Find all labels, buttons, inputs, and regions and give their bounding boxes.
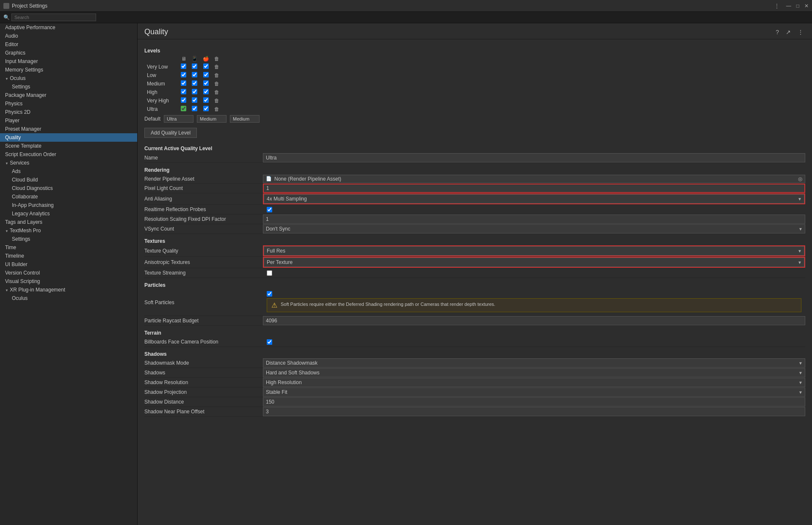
pc-checkbox[interactable] [181, 89, 186, 94]
level-check-pc[interactable] [178, 63, 189, 71]
shadow-distance-input[interactable] [263, 397, 805, 407]
sidebar-item-preset-manager[interactable]: Preset Manager [0, 125, 137, 133]
level-check-ios[interactable] [200, 80, 212, 88]
particle-raycast-input[interactable] [263, 316, 805, 325]
level-check-ios[interactable] [200, 63, 212, 71]
delete-icon[interactable]: 🗑 [214, 64, 219, 70]
shadow-projection-select[interactable]: Close Fit Stable Fit [263, 388, 805, 397]
level-check-pc[interactable] [178, 80, 189, 88]
sidebar-item-cloud-build[interactable]: Cloud Build [0, 176, 137, 184]
billboards-checkbox[interactable] [267, 339, 272, 345]
level-check-android[interactable] [189, 63, 200, 71]
sidebar-item-collaborate[interactable]: Collaborate [0, 192, 137, 201]
level-check-ios[interactable] [200, 88, 212, 96]
realtime-reflection-checkbox[interactable] [267, 207, 272, 212]
sidebar-item-tags-and-layers[interactable]: Tags and Layers [0, 218, 137, 226]
sidebar-item-physics[interactable]: Physics [0, 99, 137, 108]
title-bar-close[interactable]: ✕ [804, 3, 809, 9]
soft-particles-checkbox[interactable] [267, 291, 272, 297]
level-delete[interactable]: 🗑 [212, 88, 222, 96]
level-check-pc[interactable] [178, 71, 189, 80]
android-checkbox[interactable] [192, 89, 197, 94]
delete-icon[interactable]: 🗑 [214, 81, 219, 87]
sidebar-item-timeline[interactable]: Timeline [0, 252, 137, 260]
level-check-android[interactable] [189, 80, 200, 88]
delete-icon[interactable]: 🗑 [214, 72, 219, 78]
pc-checkbox[interactable] [181, 106, 186, 111]
help-button[interactable]: ? [774, 29, 781, 36]
level-check-pc[interactable] [178, 105, 189, 113]
texture-streaming-checkbox[interactable] [267, 270, 272, 276]
level-check-ios[interactable] [200, 105, 212, 113]
pipeline-target-icon[interactable]: ◎ [798, 176, 802, 182]
shadows-select[interactable]: Disable Shadows Hard Shadows Only Hard a… [263, 368, 805, 377]
sidebar-item-ui-builder[interactable]: UI Builder [0, 260, 137, 269]
sidebar-item-editor[interactable]: Editor [0, 40, 137, 49]
title-bar-more[interactable]: ⋮ [774, 3, 779, 9]
android-checkbox[interactable] [192, 80, 197, 86]
sidebar-item-oculus[interactable]: ▼ Oculus [0, 74, 137, 82]
sidebar-item-oculus-settings[interactable]: Settings [0, 82, 137, 91]
sidebar-item-player[interactable]: Player [0, 116, 137, 125]
delete-icon[interactable]: 🗑 [214, 89, 219, 95]
level-check-android[interactable] [189, 88, 200, 96]
level-check-pc[interactable] [178, 88, 189, 96]
sidebar-item-legacy-analytics[interactable]: Legacy Analytics [0, 209, 137, 218]
android-checkbox[interactable] [192, 63, 197, 69]
pixel-light-count-input[interactable] [263, 184, 805, 193]
sidebar-item-cloud-diagnostics[interactable]: Cloud Diagnostics [0, 184, 137, 192]
sidebar-item-physics-2d[interactable]: Physics 2D [0, 108, 137, 116]
anti-aliasing-select[interactable]: Disabled 2x Multi Sampling 4x Multi Samp… [264, 194, 804, 203]
resolution-scaling-input[interactable] [263, 214, 805, 224]
level-check-android[interactable] [189, 71, 200, 80]
level-delete[interactable]: 🗑 [212, 71, 222, 80]
level-check-pc[interactable] [178, 96, 189, 105]
default-pc-select[interactable]: Ultra [164, 115, 193, 123]
sidebar-item-ads[interactable]: Ads [0, 167, 137, 176]
level-check-android[interactable] [189, 105, 200, 113]
level-delete[interactable]: 🗑 [212, 105, 222, 113]
external-link-button[interactable]: ↗ [784, 29, 793, 36]
level-delete[interactable]: 🗑 [212, 80, 222, 88]
texture-quality-select[interactable]: Full Res Half Res Quarter Res Eighth Res [264, 246, 804, 256]
delete-icon[interactable]: 🗑 [214, 98, 219, 104]
pc-checkbox[interactable] [181, 72, 186, 77]
level-delete[interactable]: 🗑 [212, 96, 222, 105]
name-input[interactable] [263, 153, 805, 162]
default-ios-select[interactable]: Medium [230, 115, 260, 123]
sidebar-item-memory-settings[interactable]: Memory Settings [0, 66, 137, 74]
android-checkbox[interactable] [192, 106, 197, 111]
pc-checkbox[interactable] [181, 80, 186, 86]
sidebar-item-graphics[interactable]: Graphics [0, 49, 137, 57]
search-input[interactable] [11, 14, 96, 21]
ios-checkbox[interactable] [203, 72, 209, 77]
sidebar-item-input-manager[interactable]: Input Manager [0, 57, 137, 66]
level-check-ios[interactable] [200, 96, 212, 105]
sidebar-item-xr-oculus[interactable]: Oculus [0, 294, 137, 302]
sidebar-item-quality[interactable]: Quality [0, 133, 137, 142]
pc-checkbox[interactable] [181, 97, 186, 103]
sidebar-item-xr-plugin-management[interactable]: ▼ XR Plug-in Management [0, 286, 137, 294]
sidebar-item-textmesh-settings[interactable]: Settings [0, 235, 137, 243]
more-options-button[interactable]: ⋮ [796, 29, 805, 36]
add-quality-level-button[interactable]: Add Quality Level [144, 128, 197, 138]
ios-checkbox[interactable] [203, 89, 209, 94]
sidebar-item-adaptive-performance[interactable]: Adaptive Performance [0, 23, 137, 32]
sidebar-item-audio[interactable]: Audio [0, 32, 137, 40]
shadow-near-plane-input[interactable] [263, 407, 805, 416]
ios-checkbox[interactable] [203, 63, 209, 69]
shadow-resolution-select[interactable]: Low Resolution Medium Resolution High Re… [263, 378, 805, 387]
pc-checkbox[interactable] [181, 63, 186, 69]
ios-checkbox[interactable] [203, 106, 209, 111]
title-bar-maximize[interactable]: □ [796, 3, 799, 9]
sidebar-item-package-manager[interactable]: Package Manager [0, 91, 137, 99]
anisotropic-select[interactable]: Disabled Per Texture Forced On [264, 258, 804, 267]
delete-icon[interactable]: 🗑 [214, 106, 219, 112]
android-checkbox[interactable] [192, 72, 197, 77]
android-checkbox[interactable] [192, 97, 197, 103]
sidebar-item-script-execution-order[interactable]: Script Execution Order [0, 150, 137, 159]
level-check-ios[interactable] [200, 71, 212, 80]
sidebar-item-in-app-purchasing[interactable]: In-App Purchasing [0, 201, 137, 209]
default-android-select[interactable]: Medium [197, 115, 226, 123]
sidebar-item-services[interactable]: ▼ Services [0, 159, 137, 167]
